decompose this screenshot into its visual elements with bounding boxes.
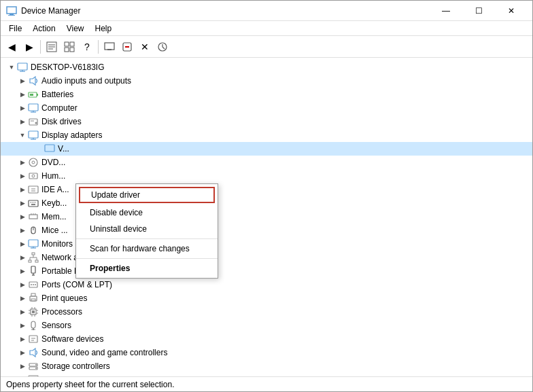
expand-computer[interactable]: ▶	[17, 103, 28, 113]
ide-icon	[28, 184, 39, 195]
menu-help[interactable]: Help	[90, 22, 118, 35]
tree-item-software[interactable]: ▶ Software devices	[1, 332, 532, 346]
expand-software[interactable]: ▶	[17, 334, 28, 344]
expand-disk[interactable]: ▶	[17, 116, 28, 127]
battery-icon	[28, 89, 39, 100]
expand-audio[interactable]: ▶	[17, 75, 28, 86]
tree-item-computer[interactable]: ▶ Computer	[1, 101, 532, 115]
svg-point-33	[29, 158, 37, 166]
expand-ide[interactable]: ▶	[17, 184, 28, 195]
tree-root[interactable]: ▼ DESKTOP-V6183IG	[1, 60, 532, 74]
svg-rect-37	[29, 186, 38, 193]
monitors-label: Monitors	[41, 239, 73, 249]
menu-view[interactable]: View	[61, 22, 90, 35]
disable-button[interactable]	[119, 39, 135, 55]
computer2-icon	[28, 103, 39, 113]
tree-item-processors[interactable]: ▶ Processors	[1, 305, 532, 319]
ctx-update-driver[interactable]: Update driver	[79, 187, 215, 203]
tree-item-hum[interactable]: ▶ Hum...	[1, 169, 532, 183]
svg-rect-61	[31, 266, 35, 273]
ide-label: IDE A...	[41, 185, 69, 194]
close-button[interactable]: ✕	[496, 1, 527, 21]
disk-label: Disk drives	[41, 117, 82, 126]
svg-rect-23	[29, 104, 38, 111]
forward-button[interactable]: ▶	[21, 39, 37, 55]
expand-hum[interactable]: ▶	[17, 171, 28, 181]
expand-sound[interactable]: ▶	[17, 347, 28, 358]
svg-rect-84	[29, 336, 37, 342]
svg-point-67	[35, 284, 36, 285]
svg-rect-2	[8, 15, 15, 16]
computer-label: Computer	[41, 103, 78, 113]
expand-dvd[interactable]: ▶	[17, 157, 28, 168]
back-button[interactable]: ◀	[3, 39, 20, 55]
properties-button[interactable]	[44, 39, 60, 55]
tree-item-sound[interactable]: ▶ Sound, video and game controllers	[1, 346, 532, 359]
tree-item-system[interactable]: ▶ System devices	[1, 373, 532, 376]
hum-icon	[28, 171, 39, 181]
storage-icon	[28, 361, 39, 372]
app-icon	[6, 5, 17, 16]
expand-display[interactable]: ▼	[17, 130, 28, 141]
ctx-properties[interactable]: Properties	[76, 260, 218, 277]
computer-icon	[17, 62, 28, 73]
expand-processors[interactable]: ▶	[17, 306, 28, 317]
tree-item-dvd[interactable]: ▶ DVD...	[1, 156, 532, 169]
ctx-disable-device[interactable]: Disable device	[76, 204, 218, 221]
svg-rect-11	[105, 43, 114, 50]
expand-memory[interactable]: ▶	[17, 211, 28, 222]
expand-sensors[interactable]: ▶	[17, 320, 28, 331]
sound2-icon	[28, 347, 39, 358]
tree-item-sensors[interactable]: ▶ Sensors	[1, 319, 532, 332]
tree-item-vga[interactable]: V...	[1, 142, 532, 156]
memory-icon	[28, 211, 39, 222]
expand-network[interactable]: ▶	[17, 252, 28, 263]
expand-portable[interactable]: ▶	[17, 266, 28, 277]
svg-point-27	[35, 122, 37, 124]
svg-rect-56	[35, 260, 38, 262]
tree-item-disk[interactable]: ▶ Disk drives	[1, 115, 532, 128]
tree-item-audio[interactable]: ▶ Audio inputs and outputs	[1, 74, 532, 88]
tree-item-print[interactable]: ▶ Print queues	[1, 291, 532, 305]
audio-label: Audio inputs and outputs	[41, 76, 131, 86]
tree-item-batteries[interactable]: ▶ Batteries	[1, 88, 532, 101]
tree-item-display[interactable]: ▼ Display adapters	[1, 128, 532, 142]
svg-point-66	[33, 284, 34, 285]
show-all-button[interactable]	[61, 39, 78, 55]
menu-file[interactable]: File	[3, 22, 27, 35]
display-icon	[28, 130, 39, 141]
uninstall-button[interactable]: ✕	[137, 39, 153, 55]
expand-mice[interactable]: ▶	[17, 225, 28, 236]
svg-rect-1	[10, 14, 14, 15]
minimize-button[interactable]: —	[430, 1, 462, 21]
scan-button[interactable]	[154, 39, 171, 55]
device-tree[interactable]: ▼ DESKTOP-V6183IG ▶	[1, 58, 532, 376]
expand-print[interactable]: ▶	[17, 293, 28, 304]
ctx-scan-hardware[interactable]: Scan for hardware changes	[76, 240, 218, 257]
software-label: Software devices	[41, 334, 103, 344]
svg-rect-54	[32, 253, 35, 255]
svg-marker-87	[30, 349, 35, 357]
svg-rect-32	[45, 145, 54, 152]
maximize-button[interactable]: ☐	[463, 1, 494, 21]
svg-marker-19	[30, 77, 35, 85]
tree-item-ports[interactable]: ▶ Ports (COM & LPT)	[1, 278, 532, 291]
svg-rect-35	[29, 173, 37, 179]
expand-ports[interactable]: ▶	[17, 279, 28, 290]
expand-batteries[interactable]: ▶	[17, 89, 28, 100]
expand-keyboard[interactable]: ▶	[17, 198, 28, 209]
update-driver-button[interactable]	[101, 39, 118, 55]
svg-rect-16	[18, 63, 27, 70]
audio-icon	[28, 75, 39, 86]
expand-system[interactable]: ▶	[17, 374, 28, 376]
expand-root[interactable]: ▼	[6, 62, 17, 73]
menu-action[interactable]: Action	[27, 22, 61, 35]
mice-label: Mice ...	[41, 226, 68, 235]
tree-item-storage[interactable]: ▶ Storage controllers	[1, 359, 532, 373]
expand-storage[interactable]: ▶	[17, 361, 28, 372]
title-bar: Device Manager — ☐ ✕	[1, 1, 532, 21]
keyboard-label: Keyb...	[41, 198, 67, 208]
ctx-uninstall-device[interactable]: Uninstall device	[76, 221, 218, 237]
help-button[interactable]: ?	[79, 39, 95, 55]
expand-monitors[interactable]: ▶	[17, 238, 28, 249]
